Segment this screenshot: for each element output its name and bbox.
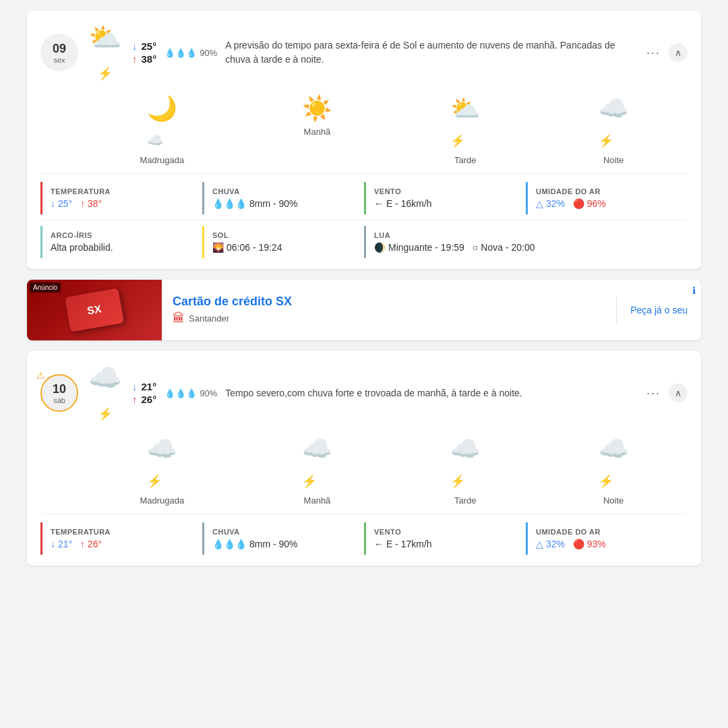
- day2-chuva-value: 💧💧💧 8mm - 90%: [212, 539, 356, 549]
- day2-manha-label: Manhã: [304, 495, 331, 506]
- day2-tarde-icon: ☁️⚡: [450, 435, 481, 491]
- day1-details-grid2: ARCO-ÍRIS Alta probabilid. SOL 🌄 06:06 -…: [40, 220, 688, 258]
- day2-rain-drops: 💧💧💧: [164, 388, 197, 398]
- day1-madrugada: 🌙☁️ Madrugada: [140, 94, 184, 165]
- day2-madrugada-icon: ☁️⚡: [147, 435, 177, 491]
- day1-nova-icon: ○: [473, 242, 478, 253]
- day1-umidade-values: △ 32% 🔴 96%: [536, 198, 679, 209]
- day1-manha: ☀️ Manhã: [302, 94, 332, 165]
- day2-vento-title: VENTO: [374, 528, 518, 536]
- day1-vento: VENTO ← E - 16km/h: [364, 182, 526, 214]
- day1-manha-label: Manhã: [304, 127, 331, 137]
- day2-temp-low-val: ↓ 21°: [51, 539, 72, 549]
- day2-noite-icon: ☁️⚡: [599, 435, 629, 491]
- day2-temp-high-row: ↑ 26°: [132, 394, 156, 405]
- day1-tarde-label: Tarde: [454, 155, 477, 165]
- day1-umidade: UMIDADE DO AR △ 32% 🔴 96%: [526, 182, 688, 214]
- ad-cta-link[interactable]: Peça já o seu: [630, 305, 688, 315]
- day2-details-grid: TEMPERATURA ↓ 21° ↑ 26° CHUVA 💧💧💧 8mm - …: [40, 514, 688, 555]
- day1-madrugada-label: Madrugada: [140, 155, 184, 165]
- day1-lua-icon: 🌒: [374, 242, 386, 253]
- day1-temp-down-icon: ↓: [132, 40, 138, 52]
- day1-badge: 09 sex: [40, 34, 78, 71]
- ad-brand-name: Santander: [189, 313, 229, 324]
- day1-chuva: CHUVA 💧💧💧 8mm - 90%: [202, 182, 364, 214]
- day1-main-icon: ⛅⚡: [86, 22, 124, 84]
- day2-chuva: CHUVA 💧💧💧 8mm - 90%: [202, 522, 364, 555]
- day2-madrugada-label: Madrugada: [140, 495, 184, 506]
- day2-noite-label: Noite: [603, 495, 624, 506]
- day1-sol-value: 🌄 06:06 - 19:24: [212, 242, 356, 253]
- day1-vento-text: ← E - 16km/h: [374, 198, 432, 209]
- day1-details-grid: TEMPERATURA ↓ 25° ↑ 38° CHUVA 💧💧💧 8mm - …: [40, 173, 688, 214]
- day1-name: sex: [53, 56, 65, 64]
- day2-temps: ↓ 21° ↑ 26°: [132, 381, 156, 405]
- ad-card-visual: SX: [65, 288, 124, 332]
- day1-sol-times: 06:06 - 19:24: [226, 242, 282, 253]
- day2-vento-text: ← E - 17km/h: [374, 539, 432, 549]
- day2-dots-menu[interactable]: ···: [646, 386, 661, 400]
- day2-header: ⚠ 10 sáb ☁️⚡ ↓ 21° ↑ 26° 💧💧💧 90% Tempo s…: [40, 362, 688, 424]
- day2-chuva-drops: 💧💧💧: [212, 539, 247, 549]
- day1-rain-pct: 90%: [200, 48, 217, 58]
- day1-temp-low-val: ↓ 25°: [51, 198, 72, 209]
- day1-nova-text: Nova - 20:00: [481, 242, 535, 253]
- day2-collapse-button[interactable]: ∧: [669, 384, 688, 402]
- day2-number: 10: [53, 382, 66, 396]
- day1-temp-values: ↓ 25° ↑ 38°: [51, 198, 194, 209]
- day1-collapse-button[interactable]: ∧: [669, 43, 688, 62]
- day1-tarde: ⛅⚡ Tarde: [450, 94, 481, 165]
- day1-arco-value: Alta probabilid.: [51, 242, 194, 253]
- day1-arco-title: ARCO-ÍRIS: [51, 231, 194, 239]
- day1-description: A previsão do tempo para sexta-feira é d…: [225, 38, 638, 67]
- day1-temp-row: ↓ 25°: [132, 40, 156, 52]
- day2-manha: ☁️⚡ Manhã: [302, 435, 332, 506]
- day1-chuva-drops: 💧💧💧: [212, 198, 247, 209]
- day1-temp-low: 25°: [142, 40, 157, 52]
- day1-sol: SOL 🌄 06:06 - 19:24: [202, 226, 364, 258]
- day2-vento: VENTO ← E - 17km/h: [364, 522, 526, 555]
- day1-vento-title: VENTO: [374, 187, 518, 195]
- day2-temperatura: TEMPERATURA ↓ 21° ↑ 26°: [40, 522, 202, 555]
- day2-umidade-low: △ 32%: [536, 539, 565, 549]
- day1-noite-icon: ☁️⚡: [599, 94, 629, 151]
- day2-name: sáb: [53, 396, 65, 404]
- day1-umidade-high: 🔴 96%: [573, 198, 606, 209]
- day1-number: 09: [53, 42, 66, 56]
- day2-umidade-values: △ 32% 🔴 93%: [536, 539, 679, 549]
- day2-main-icon: ☁️⚡: [86, 362, 124, 424]
- day1-lua-title: LUA: [374, 231, 679, 239]
- day2-madrugada: ☁️⚡ Madrugada: [140, 435, 184, 506]
- day2-card: ⚠ 10 sáb ☁️⚡ ↓ 21° ↑ 26° 💧💧💧 90% Tempo s…: [27, 351, 701, 566]
- ad-card: Anúncio SX Cartão de crédito SX 🏛 Santan…: [27, 280, 701, 340]
- day1-tarde-icon: ⛅⚡: [450, 94, 481, 151]
- day1-noite-label: Noite: [603, 155, 624, 165]
- day1-sol-icon: 🌄: [212, 242, 224, 253]
- day2-umidade-high: 🔴 93%: [573, 539, 606, 549]
- day2-chuva-amount: 8mm - 90%: [249, 539, 298, 549]
- day1-temp-title: TEMPERATURA: [51, 187, 194, 195]
- day2-warning-icon: ⚠: [36, 370, 45, 381]
- ad-cta[interactable]: Peça já o seu: [616, 297, 701, 324]
- day1-arco: ARCO-ÍRIS Alta probabilid.: [40, 226, 202, 258]
- day2-time-icons: ☁️⚡ Madrugada ☁️⚡ Manhã ☁️⚡ Tarde ☁️⚡ No…: [81, 435, 688, 506]
- ad-info-icon[interactable]: ℹ: [692, 285, 696, 296]
- day1-temp-high-val: ↑ 38°: [80, 198, 102, 209]
- day1-dots-menu[interactable]: ···: [646, 46, 661, 60]
- day1-lua-text: Minguante - 19:59: [388, 242, 464, 253]
- day1-madrugada-icon: 🌙☁️: [147, 94, 177, 151]
- day1-lua: LUA 🌒 Minguante - 19:59 ○ Nova - 20:00: [364, 226, 688, 258]
- day1-rain: 💧💧💧 90%: [164, 48, 217, 58]
- day1-chuva-value: 💧💧💧 8mm - 90%: [212, 198, 356, 209]
- day1-chuva-amount: 8mm - 90%: [249, 198, 298, 209]
- ad-badge: Anúncio: [30, 282, 61, 293]
- day2-chuva-title: CHUVA: [212, 528, 356, 536]
- day2-temp-values: ↓ 21° ↑ 26°: [51, 539, 194, 549]
- day1-noite: ☁️⚡ Noite: [599, 94, 629, 165]
- day1-temperatura: TEMPERATURA ↓ 25° ↑ 38°: [40, 182, 202, 214]
- day2-rain: 💧💧💧 90%: [164, 388, 217, 398]
- day2-umidade-title: UMIDADE DO AR: [536, 528, 679, 536]
- day1-card: 09 sex ⛅⚡ ↓ 25° ↑ 38° 💧💧💧 90% A previsão…: [27, 11, 701, 269]
- day1-vento-value: ← E - 16km/h: [374, 198, 518, 209]
- day2-umidade: UMIDADE DO AR △ 32% 🔴 93%: [526, 522, 688, 555]
